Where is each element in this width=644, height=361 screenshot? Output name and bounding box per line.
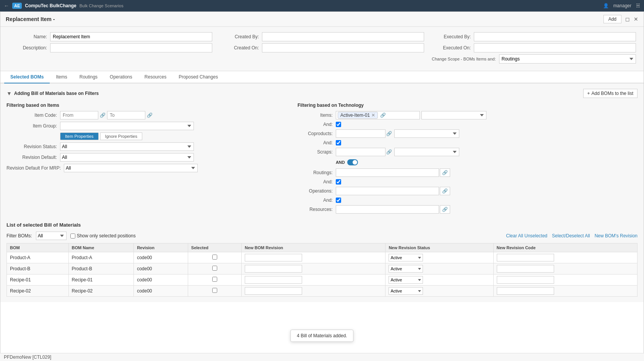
new-revision-code-input[interactable] xyxy=(497,265,554,273)
item-code-from-input[interactable] xyxy=(60,111,98,119)
item-code-from-link-icon[interactable]: 🔗 xyxy=(99,113,106,118)
item-code-to-input[interactable] xyxy=(107,111,145,119)
add-button[interactable]: Add xyxy=(603,15,621,23)
routings-input[interactable] xyxy=(336,168,439,177)
tab-resources[interactable]: Resources xyxy=(138,71,172,83)
operations-input[interactable] xyxy=(336,187,439,195)
selected-checkbox[interactable] xyxy=(212,277,217,282)
and1-checkbox[interactable] xyxy=(336,122,341,127)
new-revision-status-select[interactable]: Active Inactive xyxy=(389,276,423,284)
scraps-from-input[interactable] xyxy=(336,148,385,156)
coproducts-from-input[interactable] xyxy=(336,129,385,138)
new-bom-revision-input[interactable] xyxy=(245,287,302,295)
executed-on-input[interactable] xyxy=(474,43,636,52)
revision-status-select[interactable]: All xyxy=(60,142,194,151)
new-bom-revision-input[interactable] xyxy=(245,265,302,273)
user-icon: 👤 xyxy=(603,3,609,8)
new-revision-status-select[interactable]: Active Inactive xyxy=(389,254,423,261)
routings-link-icon[interactable]: 🔗 xyxy=(440,168,450,177)
name-input[interactable] xyxy=(50,32,212,41)
tab-selected-boms[interactable]: Selected BOMs xyxy=(4,71,50,83)
coproducts-select[interactable] xyxy=(394,129,459,138)
description-input[interactable] xyxy=(50,43,212,52)
tab-items[interactable]: Items xyxy=(50,71,73,83)
routings-input-group: 🔗 xyxy=(336,168,450,177)
resources-input-group: 🔗 xyxy=(336,205,450,214)
tech-and2-row: And: xyxy=(298,140,637,145)
bom-list-controls: Filter BOMs: All Show only selected posi… xyxy=(7,232,637,240)
new-boms-revision-button[interactable]: New BOM's Revision xyxy=(595,233,637,238)
items-select[interactable] xyxy=(421,111,486,119)
new-bom-revision-input[interactable] xyxy=(245,276,302,284)
and-toggle-label: AND xyxy=(336,160,345,165)
close-button[interactable]: ✕ xyxy=(634,16,638,22)
bom-table-body: Product-A Product-A code00 Active Inacti… xyxy=(7,252,637,297)
new-revision-code-input[interactable] xyxy=(497,254,554,261)
routings-label: Routings: xyxy=(298,170,336,175)
resources-row: Resources: 🔗 xyxy=(298,205,637,214)
section-title-group: ▼ Adding Bill of Materials base on Filte… xyxy=(7,90,99,96)
revision-default-select[interactable]: All xyxy=(60,153,194,162)
filter-boms-select[interactable]: All xyxy=(36,232,67,240)
tech-and1-label: And: xyxy=(298,122,336,127)
tab-routings[interactable]: Routings xyxy=(73,71,104,83)
and4-checkbox[interactable] xyxy=(336,198,341,203)
item-group-select[interactable] xyxy=(60,122,194,130)
cell-new-bom-revision xyxy=(242,286,385,297)
revision-default-mrp-select[interactable]: All xyxy=(64,164,198,172)
created-by-input[interactable] xyxy=(262,32,424,41)
operations-link-icon[interactable]: 🔗 xyxy=(440,187,450,195)
cell-bom-name: Recipe-02 xyxy=(68,286,134,297)
change-scope-select[interactable]: Routings Items xyxy=(499,54,636,64)
tech-and1-row: And: xyxy=(298,122,637,127)
new-revision-status-select[interactable]: Active Inactive xyxy=(389,287,423,295)
tag-close-icon[interactable]: ✕ xyxy=(371,113,375,118)
new-revision-status-select[interactable]: Active Inactive xyxy=(389,265,423,273)
created-on-label: Created On: xyxy=(220,45,262,51)
maximize-button[interactable]: ◻ xyxy=(625,16,630,22)
select-deselect-all-button[interactable]: Select/Deselect All xyxy=(552,233,590,238)
bom-list-section: List of selected Bill of Materials Filte… xyxy=(7,222,637,297)
item-group-label: Item Group: xyxy=(7,123,60,129)
filtering-tech-title: Filtering based on Technology xyxy=(298,103,637,108)
resources-input[interactable] xyxy=(336,205,439,214)
coproducts-row: Coproducts: 🔗 xyxy=(298,129,637,138)
back-button[interactable]: ← xyxy=(4,3,9,9)
tab-proposed-changes[interactable]: Proposed Changes xyxy=(172,71,224,83)
new-bom-revision-input[interactable] xyxy=(245,254,302,261)
selected-checkbox[interactable] xyxy=(212,266,217,271)
cell-bom: Product-A xyxy=(7,252,69,263)
collapse-icon[interactable]: ▼ xyxy=(7,90,12,96)
show-only-selected-checkbox[interactable] xyxy=(70,234,75,238)
bom-list-right: Clear All Unselected Select/Deselect All… xyxy=(506,233,637,238)
item-code-to-link-icon[interactable]: 🔗 xyxy=(146,113,153,118)
resources-link-icon[interactable]: 🔗 xyxy=(440,205,450,214)
and2-checkbox[interactable] xyxy=(336,140,341,145)
filter-boms-label: Filter BOMs: xyxy=(7,233,32,238)
filter-col-items: Filtering based on Items Item Code: 🔗 🔗 … xyxy=(7,103,290,216)
cell-bom-name: Product-A xyxy=(68,252,134,263)
and-toggle-switch[interactable] xyxy=(347,159,358,165)
add-boms-button[interactable]: + Add BOMs to the list xyxy=(583,89,637,98)
new-revision-code-input[interactable] xyxy=(497,276,554,284)
items-link-icon[interactable]: 🔗 xyxy=(379,113,387,118)
form-col-2: Created By: Created On: xyxy=(220,32,424,65)
selected-checkbox[interactable] xyxy=(212,255,217,260)
and3-checkbox[interactable] xyxy=(336,179,341,185)
clear-all-unselected-button[interactable]: Clear All Unselected xyxy=(506,233,547,238)
coproducts-link-icon[interactable]: 🔗 xyxy=(385,131,393,136)
cell-bom-name: Product-B xyxy=(68,263,134,274)
created-on-input[interactable] xyxy=(262,43,424,52)
scraps-link-icon[interactable]: 🔗 xyxy=(385,149,393,155)
new-revision-code-input[interactable] xyxy=(497,287,554,295)
selected-checkbox[interactable] xyxy=(212,288,217,293)
col-revision: Revision xyxy=(134,243,188,252)
scraps-select[interactable] xyxy=(394,148,459,156)
add-boms-icon: + xyxy=(587,91,590,96)
item-properties-button[interactable]: Item Properties xyxy=(60,132,99,140)
tab-operations[interactable]: Operations xyxy=(104,71,138,83)
form-area: Name: Description: Created By: Created O… xyxy=(0,27,644,71)
cell-selected xyxy=(188,274,241,286)
executed-by-input[interactable] xyxy=(474,32,636,41)
ignore-properties-button[interactable]: Ignore Properties xyxy=(100,132,142,140)
